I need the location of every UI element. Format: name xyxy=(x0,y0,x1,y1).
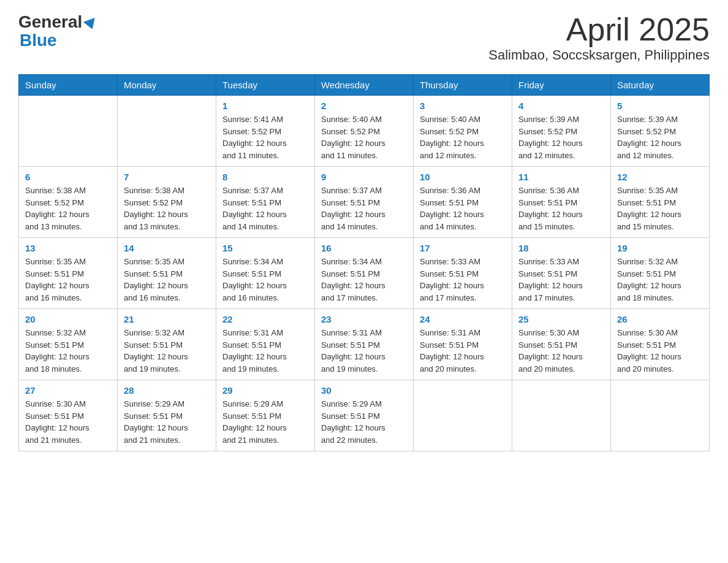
day-info: Sunrise: 5:33 AM Sunset: 5:51 PM Dayligh… xyxy=(518,256,604,304)
day-info: Sunrise: 5:29 AM Sunset: 5:51 PM Dayligh… xyxy=(124,398,210,446)
day-number: 25 xyxy=(518,314,604,324)
calendar-cell: 24Sunrise: 5:31 AM Sunset: 5:51 PM Dayli… xyxy=(414,309,512,380)
day-info: Sunrise: 5:37 AM Sunset: 5:51 PM Dayligh… xyxy=(222,185,308,232)
day-info: Sunrise: 5:30 AM Sunset: 5:51 PM Dayligh… xyxy=(25,398,111,446)
day-of-week-header: Wednesday xyxy=(315,75,414,96)
calendar-cell: 7Sunrise: 5:38 AM Sunset: 5:52 PM Daylig… xyxy=(118,167,216,238)
day-number: 13 xyxy=(25,243,111,253)
day-info: Sunrise: 5:32 AM Sunset: 5:51 PM Dayligh… xyxy=(124,327,210,375)
day-info: Sunrise: 5:35 AM Sunset: 5:51 PM Dayligh… xyxy=(25,256,111,304)
calendar-cell: 22Sunrise: 5:31 AM Sunset: 5:51 PM Dayli… xyxy=(216,309,315,380)
day-of-week-header: Sunday xyxy=(19,75,118,96)
day-info: Sunrise: 5:31 AM Sunset: 5:51 PM Dayligh… xyxy=(222,327,308,375)
day-info: Sunrise: 5:34 AM Sunset: 5:51 PM Dayligh… xyxy=(321,256,407,304)
calendar-cell: 21Sunrise: 5:32 AM Sunset: 5:51 PM Dayli… xyxy=(118,309,216,380)
day-info: Sunrise: 5:37 AM Sunset: 5:51 PM Dayligh… xyxy=(321,185,407,232)
week-row: 6Sunrise: 5:38 AM Sunset: 5:52 PM Daylig… xyxy=(19,167,710,238)
calendar-cell: 14Sunrise: 5:35 AM Sunset: 5:51 PM Dayli… xyxy=(118,238,216,309)
day-number: 11 xyxy=(518,172,604,182)
calendar-cell: 1Sunrise: 5:41 AM Sunset: 5:52 PM Daylig… xyxy=(216,96,315,167)
day-number: 23 xyxy=(321,314,407,324)
day-number: 16 xyxy=(321,243,407,253)
day-info: Sunrise: 5:31 AM Sunset: 5:51 PM Dayligh… xyxy=(321,327,407,375)
calendar-cell: 5Sunrise: 5:39 AM Sunset: 5:52 PM Daylig… xyxy=(611,96,710,167)
day-number: 15 xyxy=(222,243,308,253)
logo-general-text: General xyxy=(18,12,82,32)
day-info: Sunrise: 5:36 AM Sunset: 5:51 PM Dayligh… xyxy=(420,185,506,232)
week-row: 20Sunrise: 5:32 AM Sunset: 5:51 PM Dayli… xyxy=(19,309,710,380)
calendar-cell: 4Sunrise: 5:39 AM Sunset: 5:52 PM Daylig… xyxy=(512,96,611,167)
calendar-cell: 12Sunrise: 5:35 AM Sunset: 5:51 PM Dayli… xyxy=(611,167,710,238)
calendar-cell: 28Sunrise: 5:29 AM Sunset: 5:51 PM Dayli… xyxy=(118,380,216,451)
logo-blue-text: Blue xyxy=(20,32,57,49)
day-info: Sunrise: 5:40 AM Sunset: 5:52 PM Dayligh… xyxy=(420,113,506,161)
day-info: Sunrise: 5:29 AM Sunset: 5:51 PM Dayligh… xyxy=(222,398,308,446)
calendar-cell: 30Sunrise: 5:29 AM Sunset: 5:51 PM Dayli… xyxy=(315,380,414,451)
logo: General Blue xyxy=(18,12,97,49)
day-number: 26 xyxy=(617,314,703,324)
calendar-cell: 27Sunrise: 5:30 AM Sunset: 5:51 PM Dayli… xyxy=(19,380,118,451)
day-number: 28 xyxy=(124,385,210,396)
calendar-cell: 29Sunrise: 5:29 AM Sunset: 5:51 PM Dayli… xyxy=(216,380,315,451)
day-number: 18 xyxy=(518,243,604,253)
day-number: 5 xyxy=(617,101,703,111)
day-number: 21 xyxy=(124,314,210,324)
calendar-cell: 2Sunrise: 5:40 AM Sunset: 5:52 PM Daylig… xyxy=(315,96,414,167)
days-of-week-row: SundayMondayTuesdayWednesdayThursdayFrid… xyxy=(19,75,710,96)
calendar-cell xyxy=(414,380,512,451)
calendar-cell: 26Sunrise: 5:30 AM Sunset: 5:51 PM Dayli… xyxy=(611,309,710,380)
day-number: 4 xyxy=(518,101,604,111)
calendar-cell: 6Sunrise: 5:38 AM Sunset: 5:52 PM Daylig… xyxy=(19,167,118,238)
day-number: 22 xyxy=(222,314,308,324)
day-number: 14 xyxy=(124,243,210,253)
calendar-cell: 18Sunrise: 5:33 AM Sunset: 5:51 PM Dayli… xyxy=(512,238,611,309)
calendar-table: SundayMondayTuesdayWednesdayThursdayFrid… xyxy=(18,74,710,451)
day-info: Sunrise: 5:31 AM Sunset: 5:51 PM Dayligh… xyxy=(420,327,506,375)
day-info: Sunrise: 5:33 AM Sunset: 5:51 PM Dayligh… xyxy=(420,256,506,304)
day-info: Sunrise: 5:34 AM Sunset: 5:51 PM Dayligh… xyxy=(222,256,308,304)
calendar-cell: 16Sunrise: 5:34 AM Sunset: 5:51 PM Dayli… xyxy=(315,238,414,309)
day-number: 10 xyxy=(420,172,506,182)
day-number: 12 xyxy=(617,172,703,182)
week-row: 27Sunrise: 5:30 AM Sunset: 5:51 PM Dayli… xyxy=(19,380,710,451)
day-number: 6 xyxy=(25,172,111,182)
calendar-cell: 19Sunrise: 5:32 AM Sunset: 5:51 PM Dayli… xyxy=(611,238,710,309)
day-info: Sunrise: 5:38 AM Sunset: 5:52 PM Dayligh… xyxy=(124,185,210,232)
day-info: Sunrise: 5:29 AM Sunset: 5:51 PM Dayligh… xyxy=(321,398,407,446)
calendar-cell: 15Sunrise: 5:34 AM Sunset: 5:51 PM Dayli… xyxy=(216,238,315,309)
title-block: April 2025 Salimbao, Soccsksargen, Phili… xyxy=(488,12,710,63)
day-number: 29 xyxy=(222,385,308,396)
day-number: 27 xyxy=(25,385,111,396)
calendar-cell xyxy=(611,380,710,451)
week-row: 1Sunrise: 5:41 AM Sunset: 5:52 PM Daylig… xyxy=(19,96,710,167)
week-row: 13Sunrise: 5:35 AM Sunset: 5:51 PM Dayli… xyxy=(19,238,710,309)
day-number: 20 xyxy=(25,314,111,324)
calendar-cell: 13Sunrise: 5:35 AM Sunset: 5:51 PM Dayli… xyxy=(19,238,118,309)
day-info: Sunrise: 5:32 AM Sunset: 5:51 PM Dayligh… xyxy=(25,327,111,375)
calendar-cell: 20Sunrise: 5:32 AM Sunset: 5:51 PM Dayli… xyxy=(19,309,118,380)
day-number: 30 xyxy=(321,385,407,396)
calendar-cell xyxy=(19,96,118,167)
day-number: 8 xyxy=(222,172,308,182)
day-info: Sunrise: 5:35 AM Sunset: 5:51 PM Dayligh… xyxy=(617,185,703,232)
day-number: 9 xyxy=(321,172,407,182)
calendar-cell: 23Sunrise: 5:31 AM Sunset: 5:51 PM Dayli… xyxy=(315,309,414,380)
day-number: 17 xyxy=(420,243,506,253)
calendar-cell: 3Sunrise: 5:40 AM Sunset: 5:52 PM Daylig… xyxy=(414,96,512,167)
calendar-cell: 17Sunrise: 5:33 AM Sunset: 5:51 PM Dayli… xyxy=(414,238,512,309)
day-info: Sunrise: 5:35 AM Sunset: 5:51 PM Dayligh… xyxy=(124,256,210,304)
day-of-week-header: Saturday xyxy=(611,75,710,96)
day-number: 1 xyxy=(222,101,308,111)
day-info: Sunrise: 5:40 AM Sunset: 5:52 PM Dayligh… xyxy=(321,113,407,161)
day-number: 2 xyxy=(321,101,407,111)
logo-arrow-icon xyxy=(83,18,98,31)
calendar-cell: 25Sunrise: 5:30 AM Sunset: 5:51 PM Dayli… xyxy=(512,309,611,380)
day-number: 24 xyxy=(420,314,506,324)
day-info: Sunrise: 5:39 AM Sunset: 5:52 PM Dayligh… xyxy=(617,113,703,161)
day-number: 3 xyxy=(420,101,506,111)
calendar-cell: 8Sunrise: 5:37 AM Sunset: 5:51 PM Daylig… xyxy=(216,167,315,238)
calendar-cell xyxy=(512,380,611,451)
day-of-week-header: Monday xyxy=(118,75,216,96)
day-info: Sunrise: 5:38 AM Sunset: 5:52 PM Dayligh… xyxy=(25,185,111,232)
calendar-title: April 2025 xyxy=(488,12,710,47)
